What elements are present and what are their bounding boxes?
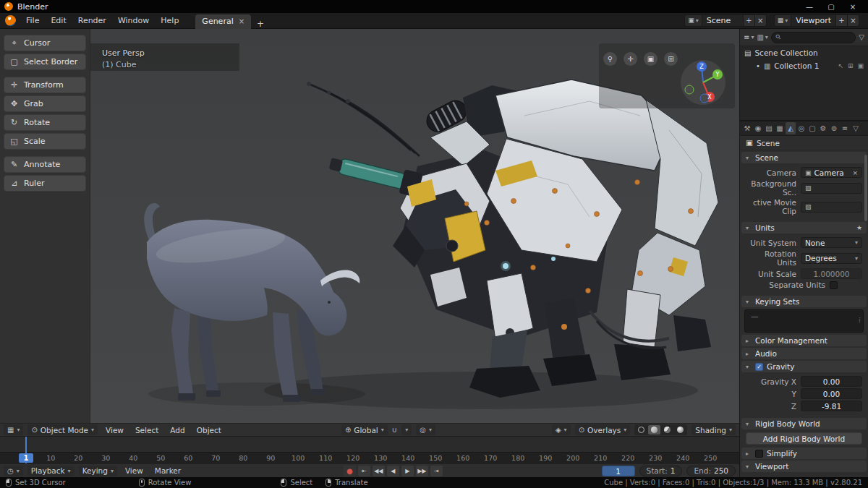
timeline-tick[interactable]: 130 xyxy=(370,454,391,462)
timeline-tick[interactable]: 190 xyxy=(535,454,556,462)
timeline-tick[interactable]: 40 xyxy=(122,454,144,462)
zoom-nav-button[interactable]: ⚲ xyxy=(603,52,617,66)
color-management-header[interactable]: ▸Color Management xyxy=(741,335,867,346)
tool-cursor[interactable]: ⌖Cursor xyxy=(4,35,86,51)
menu-edit[interactable]: Edit xyxy=(46,14,71,27)
play-button[interactable]: ▶ xyxy=(401,466,414,476)
tab-constraints[interactable]: ≡ xyxy=(840,122,850,134)
tab-render[interactable]: ◉ xyxy=(753,122,763,134)
mode-dropdown[interactable]: ⊙Object Mode▾ xyxy=(27,424,98,435)
timeline-tick[interactable]: 150 xyxy=(425,454,446,462)
tool-grab[interactable]: ✥Grab xyxy=(4,95,86,112)
tab-view-layer[interactable]: ▦ xyxy=(775,122,785,134)
tab-tool[interactable]: ⚒ xyxy=(742,122,752,134)
tool-rotate[interactable]: ↻Rotate xyxy=(4,114,86,131)
timeline-tick[interactable]: 160 xyxy=(452,454,474,462)
scene-name-field[interactable]: Scene xyxy=(702,14,744,27)
snap-magnet-icon[interactable]: ∪ xyxy=(392,426,397,434)
delete-view-layer-button[interactable]: × xyxy=(848,14,859,27)
playback-dropdown[interactable]: Playback▾ xyxy=(27,466,75,476)
orientation-dropdown[interactable]: ⊕Global▾ xyxy=(341,424,388,435)
proportional-edit-button[interactable]: ◎▾ xyxy=(416,424,435,435)
snap-settings-button[interactable]: ▾ xyxy=(401,424,412,435)
search-input[interactable] xyxy=(783,33,827,41)
menu-file[interactable]: File xyxy=(21,14,44,27)
timeline-editor-type-button[interactable]: ◷▾ xyxy=(4,466,23,476)
timeline-tick[interactable]: 250 xyxy=(699,454,721,462)
restrict-select-icon[interactable]: ↖ xyxy=(838,63,843,69)
tab-object[interactable]: ▢ xyxy=(807,122,817,134)
tool-annotate[interactable]: ✎Annotate xyxy=(4,156,86,173)
timeline-scrub-area[interactable]: 1020304050607080901001101201301401501601… xyxy=(0,436,739,463)
list-grip-icon[interactable]: ⁞ xyxy=(859,316,861,324)
pivot-dropdown[interactable]: ◈▾ xyxy=(552,424,571,435)
delete-scene-button[interactable]: × xyxy=(755,14,767,27)
auto-key-record-button[interactable]: ● xyxy=(344,466,356,476)
menu-render[interactable]: Render xyxy=(73,14,111,27)
timeline-tick[interactable]: 60 xyxy=(177,454,199,462)
timeline-tick[interactable]: 80 xyxy=(232,454,254,462)
shading-rendered-button[interactable] xyxy=(674,425,686,435)
menu-timeline-marker[interactable]: Marker xyxy=(151,466,184,475)
scene-section-header[interactable]: ▾Scene xyxy=(741,152,867,163)
frame-end-field[interactable]: End:250 xyxy=(686,466,736,476)
tab-output[interactable]: ▤ xyxy=(764,122,774,134)
gravity-x-field[interactable]: 0.00 xyxy=(801,376,862,387)
menu-select[interactable]: Select xyxy=(132,426,162,435)
simplify-checkbox[interactable] xyxy=(755,450,763,458)
unit-system-dropdown[interactable]: None▾ xyxy=(801,237,862,248)
outliner-editor-type-button[interactable]: ≡▾ xyxy=(744,34,754,41)
bull-model[interactable] xyxy=(144,203,359,402)
machine-model[interactable] xyxy=(307,80,718,398)
timeline-tick[interactable]: 170 xyxy=(480,454,501,462)
new-scene-button[interactable]: + xyxy=(744,14,755,27)
tool-select-border[interactable]: ▢Select Border xyxy=(4,53,86,70)
timeline-tick[interactable]: 30 xyxy=(95,454,116,462)
maximize-button[interactable]: ▢ xyxy=(820,2,842,12)
audio-header[interactable]: ▸Audio xyxy=(741,348,867,359)
tool-scale[interactable]: ◱Scale xyxy=(4,133,86,150)
tool-ruler[interactable]: ⊿Ruler xyxy=(4,175,86,192)
menu-window[interactable]: Window xyxy=(113,14,154,27)
editor-type-button[interactable]: ▦▾ xyxy=(4,424,23,435)
timeline-ruler[interactable]: 1020304050607080901001101201301401501601… xyxy=(0,452,739,463)
tab-general[interactable]: General × xyxy=(195,14,251,29)
jump-to-end-button[interactable]: ⇥ xyxy=(430,466,443,476)
outliner-display-mode-button[interactable]: ▥▾ xyxy=(757,34,767,41)
timeline-tick[interactable]: 220 xyxy=(617,454,639,462)
keying-dropdown[interactable]: Keying▾ xyxy=(79,466,117,476)
rotation-units-dropdown[interactable]: Degrees▾ xyxy=(801,253,862,264)
shading-dropdown[interactable]: Shading▾ xyxy=(692,424,736,435)
units-section-header[interactable]: ▾Units★ xyxy=(741,222,867,234)
scene-browse-button[interactable]: ▣▾ xyxy=(684,14,702,27)
timeline-tick[interactable]: 50 xyxy=(150,454,171,462)
timeline-tick[interactable]: 230 xyxy=(644,454,666,462)
tool-transform[interactable]: ✛Transform xyxy=(4,77,86,93)
camera-field[interactable]: ▣Camera× xyxy=(801,167,862,178)
timeline-tick[interactable]: 180 xyxy=(507,454,529,462)
gravity-header[interactable]: ▾✓Gravity xyxy=(741,361,867,372)
timeline-tick[interactable]: 200 xyxy=(562,454,584,462)
timeline-tick[interactable]: 20 xyxy=(67,454,89,462)
keying-sets-list[interactable]: — ⁞ xyxy=(744,309,864,333)
view-layer-name-field[interactable]: Viewport xyxy=(791,14,836,27)
viewport-3d[interactable]: User Persp (1) Cube ⚲ ✛ ▣ ⊞ xyxy=(90,29,739,423)
tab-object-data[interactable]: ▽ xyxy=(851,122,861,134)
tab-physics[interactable]: ⊚ xyxy=(829,122,839,134)
active-movie-clip-field[interactable]: ▧ xyxy=(801,202,862,213)
current-frame-field[interactable]: 1 xyxy=(602,466,635,476)
close-button[interactable]: × xyxy=(842,2,864,12)
menu-view[interactable]: View xyxy=(102,426,127,435)
outliner-search[interactable]: ⚲ xyxy=(771,32,856,43)
timeline-tick[interactable]: 140 xyxy=(397,454,419,462)
menu-timeline-view[interactable]: View xyxy=(122,466,147,475)
menu-object[interactable]: Object xyxy=(193,426,225,435)
filter-button[interactable]: ▽ xyxy=(859,34,864,41)
camera-nav-button[interactable]: ▣ xyxy=(644,52,658,66)
timeline-tick[interactable]: 120 xyxy=(342,454,364,462)
move-nav-button[interactable]: ✛ xyxy=(624,52,637,66)
shading-solid-button[interactable] xyxy=(648,425,660,435)
timeline-tick[interactable]: 100 xyxy=(287,454,309,462)
collection-row[interactable]: • ▥ Collection 1 ↖ ⊞ ▣ xyxy=(740,59,868,72)
tab-world[interactable]: ◎ xyxy=(796,122,807,134)
